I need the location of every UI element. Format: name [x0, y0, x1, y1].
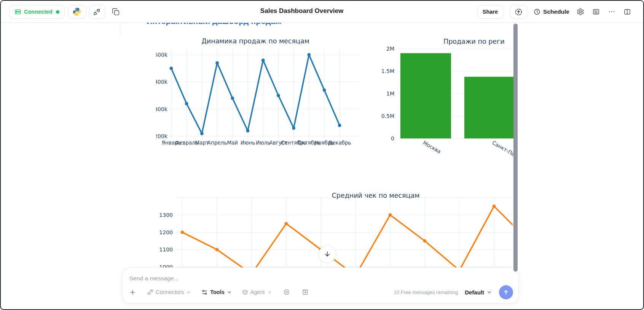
svg-text:Июнь: Июнь [241, 140, 255, 146]
newspaper-icon [592, 8, 600, 16]
cell-edge-line [120, 23, 120, 36]
svg-text:Средний чек по месяцам: Средний чек по месяцам [332, 192, 420, 199]
send-button[interactable] [499, 285, 513, 299]
tools-label: Tools [210, 289, 225, 295]
chevron-down-icon [186, 290, 191, 295]
python-icon [72, 7, 81, 16]
composer-right-group: 10 Free messages remaining Default [394, 285, 513, 299]
python-button[interactable] [68, 5, 86, 19]
svg-text:Декабрь: Декабрь [328, 140, 351, 146]
connectors-label: Connectors [156, 289, 184, 295]
svg-text:1.5M: 1.5M [381, 68, 394, 74]
cube-icon [242, 289, 248, 295]
copy-button[interactable] [111, 7, 120, 16]
message-input[interactable]: Send a message... [129, 275, 179, 282]
svg-text:Москва: Москва [422, 140, 442, 155]
toolbar-left-group: Connected [9, 5, 120, 19]
sliders-icon [201, 289, 208, 296]
svg-text:200k: 200k [156, 133, 168, 139]
model-label: Default [465, 289, 484, 296]
agent-label: Agent [250, 289, 265, 295]
svg-text:Санкт-Пе: Санкт-Пе [491, 140, 514, 157]
settings-button[interactable] [576, 7, 585, 16]
scroll-to-bottom-button[interactable] [319, 245, 336, 263]
schedule-label: Schedule [543, 8, 569, 15]
svg-text:Март: Март [195, 140, 209, 146]
sales-by-month-line-chart: 500k400k300k200kЯнварьФевральМартАпрельМ… [156, 33, 363, 152]
svg-text:1M: 1M [386, 91, 394, 97]
svg-text:0: 0 [391, 135, 394, 141]
message-composer: Send a message... [122, 267, 519, 304]
svg-text:300k: 300k [156, 106, 168, 112]
svg-text:Динамика продаж по месяцам: Динамика продаж по месяцам [201, 37, 309, 45]
arrow-up-icon [502, 289, 510, 296]
plus-icon [129, 289, 136, 296]
connected-button[interactable]: Connected [9, 5, 65, 19]
changelog-button[interactable] [591, 7, 601, 16]
sidebar-toggle-button[interactable] [623, 7, 632, 16]
add-attachment-button[interactable] [128, 288, 137, 297]
svg-text:Апрель: Апрель [207, 140, 227, 146]
mcp-button[interactable] [282, 288, 291, 296]
top-toolbar: Connected [1, 1, 643, 23]
agent-menu-button[interactable]: Agent [242, 289, 272, 295]
svg-text:Продажи по реги: Продажи по реги [443, 38, 505, 45]
x-circle-icon [283, 289, 290, 296]
gear-icon [577, 8, 584, 16]
columns-icon [623, 8, 631, 16]
sales-by-region-bar-chart: 2M1.5M1M0.5M0МоскваСанкт-ПеПродажи по ре… [365, 33, 513, 161]
svg-text:500k: 500k [156, 52, 168, 58]
app-window: Connected [0, 0, 644, 310]
svg-text:Май: Май [227, 140, 238, 146]
composer-left-group: Connectors Tools [128, 288, 309, 297]
share-label: Share [483, 9, 498, 15]
tools-menu-button[interactable]: Tools [201, 289, 232, 296]
svg-text:1100: 1100 [159, 246, 173, 253]
clock-icon [534, 8, 540, 15]
chevron-down-icon [486, 289, 492, 295]
chevron-down-icon [267, 290, 272, 295]
copy-icon [112, 8, 120, 16]
svg-text:0.5M: 0.5M [381, 113, 394, 119]
ellipsis-icon [608, 8, 615, 16]
svg-text:400k: 400k [156, 79, 168, 85]
status-dot [56, 10, 59, 14]
connected-label: Connected [24, 9, 53, 15]
connectors-menu-button[interactable]: Connectors [147, 289, 191, 295]
composer-toolbar: Connectors Tools [128, 285, 513, 299]
plug-icon [147, 289, 153, 295]
svg-text:Июль: Июль [256, 140, 270, 146]
scrollbar-thumb[interactable] [513, 24, 518, 272]
toolbar-right-group: Share Schedule [477, 5, 632, 19]
plug-icon [93, 8, 100, 16]
page-title: Sales Dashboard Overview [260, 7, 343, 15]
messages-remaining: 10 Free messages remaining [394, 289, 458, 295]
server-icon [14, 8, 21, 15]
archive-up-icon [302, 289, 309, 296]
publish-up-icon [515, 8, 523, 16]
publish-button[interactable] [510, 5, 527, 19]
connector-button[interactable] [89, 5, 105, 19]
arrow-down-icon [323, 250, 332, 258]
chevron-down-icon [227, 290, 232, 295]
share-button[interactable]: Share [477, 5, 503, 19]
model-selector[interactable]: Default [465, 289, 492, 296]
svg-text:2M: 2M [386, 46, 394, 52]
more-button[interactable] [607, 7, 616, 16]
knowledge-button[interactable] [301, 288, 309, 296]
svg-text:1300: 1300 [159, 212, 173, 218]
svg-text:1200: 1200 [159, 229, 173, 235]
schedule-button[interactable]: Schedule [534, 8, 569, 15]
